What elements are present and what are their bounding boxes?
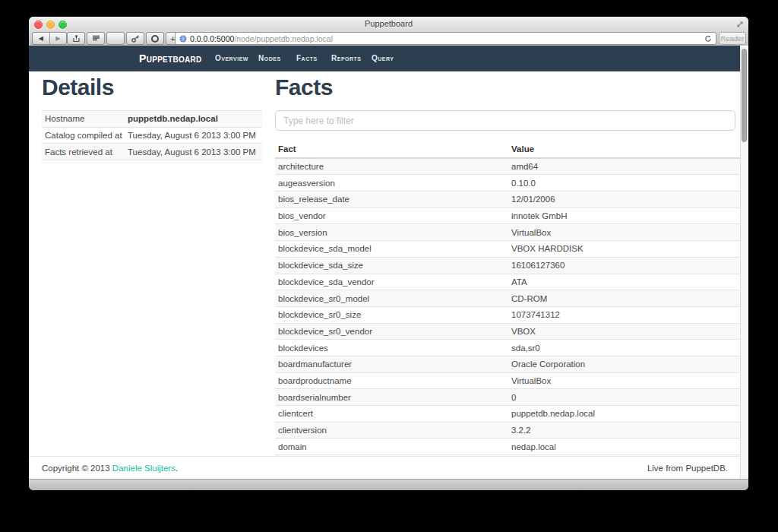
- password-key-button[interactable]: [126, 32, 144, 45]
- fact-row-value: amd64: [508, 158, 742, 175]
- fact-row-label: bios_vendor: [275, 207, 508, 224]
- nav-item-overview[interactable]: Overview: [215, 46, 248, 71]
- app-navbar: Puppetboard Overview Nodes Facts Reports…: [29, 46, 748, 71]
- fact-row-label: blockdevice_sr0_size: [275, 306, 508, 323]
- back-button[interactable]: ◀: [33, 33, 49, 44]
- author-link[interactable]: Daniele Sluijters: [112, 464, 176, 473]
- blank-toolbar-button[interactable]: [106, 32, 125, 45]
- nav-item-nodes[interactable]: Nodes: [258, 46, 281, 71]
- fact-row: blockdevice_sda_size16106127360: [275, 257, 742, 274]
- fact-row: blockdevice_sda_vendorATA: [275, 274, 742, 290]
- fact-row-value: nedap.local: [508, 439, 742, 455]
- scrollbar-thumb[interactable]: [742, 49, 747, 142]
- fact-row-value: CD-ROM: [508, 290, 742, 307]
- forward-button[interactable]: ▶: [49, 33, 67, 44]
- facts-col-value: Value: [508, 141, 742, 158]
- details-row-value: puppetdb.nedap.local: [125, 111, 262, 128]
- details-heading: Details: [42, 74, 114, 100]
- facts-col-fact: Fact: [275, 141, 508, 158]
- fact-row: blockdevice_sr0_vendorVBOX: [275, 323, 742, 340]
- fact-row: boardmanufacturerOracle Corporation: [275, 356, 742, 372]
- details-row-value: Tuesday, August 6 2013 3:00 PM: [125, 127, 262, 144]
- fact-row-value: VirtualBox: [508, 224, 742, 241]
- nav-item-reports[interactable]: Reports: [331, 46, 362, 71]
- fullscreen-icon[interactable]: [735, 18, 745, 27]
- share-button[interactable]: [67, 32, 85, 45]
- fact-row-value: 0.10.0: [508, 175, 742, 192]
- details-row-label: Facts retrieved at: [42, 144, 125, 160]
- fact-row-label: blockdevice_sr0_model: [275, 290, 508, 307]
- fact-row-label: blockdevice_sda_size: [275, 257, 508, 274]
- fact-row-label: clientversion: [275, 422, 508, 439]
- fact-row: bios_versionVirtualBox: [275, 224, 742, 241]
- fact-row-value: sda,sr0: [508, 340, 742, 356]
- fact-row: bios_vendorinnotek GmbH: [275, 207, 742, 224]
- fact-row: clientversion3.2.2: [275, 422, 742, 439]
- nav-item-query[interactable]: Query: [372, 46, 394, 71]
- nav-item-facts[interactable]: Facts: [296, 46, 318, 71]
- page-content: Details Hostnamepuppetdb.nedap.localCata…: [29, 71, 748, 480]
- fact-row: domainnedap.local: [275, 439, 742, 455]
- window-bottom-bar: [29, 479, 748, 490]
- details-row-value: Tuesday, August 6 2013 3:00 PM: [125, 144, 262, 160]
- details-row: Hostnamepuppetdb.nedap.local: [42, 111, 262, 128]
- fact-row-label: bios_version: [275, 224, 508, 241]
- fact-row-value: 3.2.2: [508, 422, 742, 439]
- fact-row-value: 12/01/2006: [508, 192, 742, 208]
- fact-row-value: 1073741312: [508, 306, 742, 323]
- details-table: Hostnamepuppetdb.nedap.localCatalog comp…: [42, 110, 262, 160]
- address-bar[interactable]: 0.0.0.0:5000/node/puppetdb.nedap.local: [175, 32, 716, 45]
- fact-row: blockdevice_sda_modelVBOX HARDDISK: [275, 241, 742, 258]
- fact-row: bios_release_date12/01/2006: [275, 192, 742, 208]
- globe-favicon: [179, 35, 187, 43]
- details-row-label: Catalog compiled at: [42, 127, 125, 144]
- vertical-scrollbar[interactable]: [740, 46, 748, 480]
- browser-window: Puppetboard ◀ ▶: [29, 17, 748, 490]
- reader-list-button[interactable]: [87, 32, 105, 45]
- url-host: 0.0.0.0:5000: [190, 34, 234, 43]
- fact-row: architectureamd64: [275, 158, 742, 175]
- fact-row-value: innotek GmbH: [508, 207, 742, 224]
- window-title: Puppetboard: [29, 19, 748, 28]
- details-row-label: Hostname: [42, 111, 125, 128]
- fact-row: clientcertpuppetdb.nedap.local: [275, 406, 742, 423]
- fact-row: boardproductnameVirtualBox: [275, 372, 742, 389]
- reader-button[interactable]: Reader: [719, 32, 746, 45]
- fact-row-label: domain: [275, 439, 508, 455]
- fact-row-value: puppetdb.nedap.local: [508, 406, 742, 423]
- fact-row-label: clientcert: [275, 406, 508, 423]
- fact-row-value: VirtualBox: [508, 372, 742, 389]
- facts-filter-input[interactable]: [275, 110, 735, 131]
- live-from-puppetdb-text: Live from PuppetDB.: [647, 457, 728, 480]
- key-icon: [131, 34, 140, 43]
- fact-row-label: blockdevice_sda_model: [275, 241, 508, 258]
- facts-heading: Facts: [275, 74, 333, 100]
- fact-row-label: boardmanufacturer: [275, 356, 508, 372]
- fact-row-label: boardproductname: [275, 372, 508, 389]
- fact-row: augeasversion0.10.0: [275, 175, 742, 192]
- fact-row-label: architecture: [275, 158, 508, 175]
- navbar-brand[interactable]: Puppetboard: [139, 46, 202, 71]
- fact-row-value: 0: [508, 389, 742, 406]
- fact-row-label: blockdevices: [275, 340, 508, 356]
- share-icon: [72, 34, 81, 43]
- details-row: Catalog compiled atTuesday, August 6 201…: [42, 127, 262, 144]
- history-nav-buttons: ◀ ▶: [32, 32, 67, 45]
- circle-ring-icon: [150, 34, 160, 43]
- url-path: /node/puppetdb.nedap.local: [234, 34, 333, 43]
- fact-row-label: bios_release_date: [275, 192, 508, 208]
- browser-chrome: Puppetboard ◀ ▶: [29, 17, 748, 46]
- page-footer: Copyright © 2013 Daniele Sluijters. Live…: [29, 456, 740, 480]
- fact-row: boardserialnumber0: [275, 389, 742, 406]
- fact-row-label: blockdevice_sda_vendor: [275, 274, 508, 290]
- refresh-icon[interactable]: [704, 35, 712, 43]
- fact-row-value: VBOX HARDDISK: [508, 241, 742, 258]
- details-row: Facts retrieved atTuesday, August 6 2013…: [42, 144, 262, 160]
- text-lines-icon: [92, 35, 100, 42]
- facts-header-row: Fact Value: [275, 141, 742, 158]
- fact-row-label: blockdevice_sr0_vendor: [275, 323, 508, 340]
- fact-row-value: ATA: [508, 274, 742, 290]
- fact-row-value: VBOX: [508, 323, 742, 340]
- extension-ring-button[interactable]: [146, 32, 164, 45]
- fact-row-label: augeasversion: [275, 175, 508, 192]
